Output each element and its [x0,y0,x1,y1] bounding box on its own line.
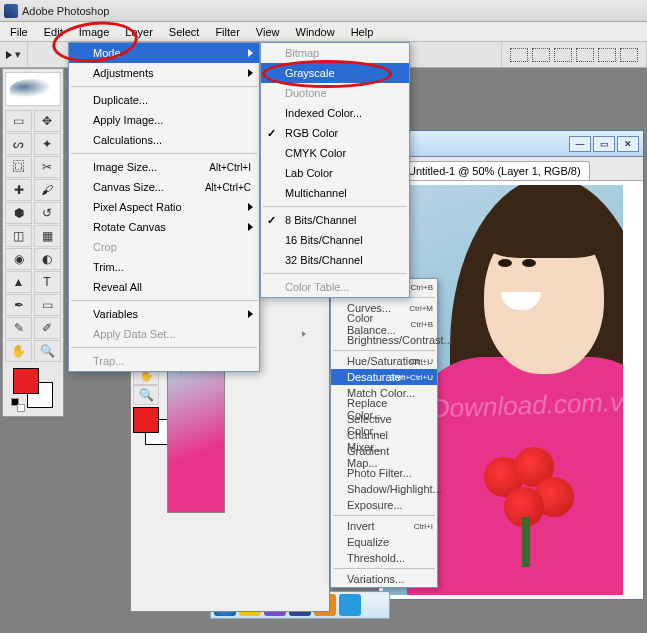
submenu-arrow-icon [248,203,253,211]
adj-threshold[interactable]: Threshold... [331,550,437,566]
taskbar-skype-icon[interactable] [339,594,361,616]
blur-tool[interactable]: ◉ [5,248,32,270]
move-tool[interactable]: ✥ [34,110,61,132]
mode-grayscale[interactable]: Grayscale [261,63,409,83]
toolbox-header-icon [5,72,61,106]
mode-submenu: Bitmap Grayscale Duotone Indexed Color..… [260,42,410,298]
menu-window[interactable]: Window [288,24,343,40]
menu-separator [71,153,257,154]
menu-file[interactable]: File [2,24,36,40]
menu-separator [71,300,257,301]
menu-separator [71,347,257,348]
options-tool-preset[interactable]: ▾ [0,42,28,67]
mode-multichannel[interactable]: Multichannel [261,183,409,203]
mode-rgb[interactable]: ✓RGB Color [261,123,409,143]
adj-desaturate[interactable]: DesaturateShift+Ctrl+U [331,369,437,385]
document-titlebar[interactable]: — ▭ ✕ [379,131,643,157]
marquee-tool[interactable]: ▭ [5,110,32,132]
menu-duplicate[interactable]: Duplicate... [69,90,259,110]
healing-tool[interactable]: ✚ [5,179,32,201]
history-brush-tool[interactable]: ↺ [34,202,61,224]
menu-select[interactable]: Select [161,24,208,40]
menu-variables[interactable]: Variables [69,304,259,324]
stamp-tool[interactable]: ⬢ [5,202,32,224]
foreground-color-swatch[interactable] [13,368,39,394]
mode-color-table: Color Table... [261,277,409,297]
arrow-icon [6,51,12,59]
zoom-tool[interactable]: 🔍 [34,340,61,362]
mode-lab[interactable]: Lab Color [261,163,409,183]
close-button[interactable]: ✕ [617,136,639,152]
menu-separator [71,86,257,87]
menu-apply-image[interactable]: Apply Image... [69,110,259,130]
dodge-tool[interactable]: ◐ [34,248,61,270]
menu-pixel-aspect[interactable]: Pixel Aspect Ratio [69,197,259,217]
menu-edit[interactable]: Edit [36,24,71,40]
hand-tool[interactable]: ✋ [5,340,32,362]
watermark-text: Download.com.vn [431,386,623,424]
adj-color-balance[interactable]: Color Balance...Ctrl+B [331,316,437,332]
slice-tool[interactable]: ✂ [34,156,61,178]
document-tab[interactable]: Untitled-1 @ 50% (Layer 1, RGB/8) [383,161,590,180]
path-select-tool[interactable]: ▲ [5,271,32,293]
bgwin-image-thumb [167,363,225,513]
minimize-button[interactable]: — [569,136,591,152]
adj-invert[interactable]: InvertCtrl+I [331,518,437,534]
gradient-tool[interactable]: ▦ [34,225,61,247]
mode-32bit[interactable]: 32 Bits/Channel [261,250,409,270]
eyedropper-tool[interactable]: ✐ [34,317,61,339]
titlebar: Adobe Photoshop [0,0,647,22]
pen-tool[interactable]: ✒ [5,294,32,316]
shape-tool[interactable]: ▭ [34,294,61,316]
submenu-arrow-icon [248,310,253,318]
menu-canvas-size[interactable]: Canvas Size...Alt+Ctrl+C [69,177,259,197]
menu-rotate-canvas[interactable]: Rotate Canvas [69,217,259,237]
menu-trim[interactable]: Trim... [69,257,259,277]
default-colors-icon[interactable] [11,398,25,412]
menu-reveal-all[interactable]: Reveal All [69,277,259,297]
app-logo-icon [4,4,18,18]
mode-cmyk[interactable]: CMYK Color [261,143,409,163]
mode-16bit[interactable]: 16 Bits/Channel [261,230,409,250]
menu-apply-data-set: Apply Data Set... [69,324,259,344]
type-tool[interactable]: T [34,271,61,293]
adj-brightness[interactable]: Brightness/Contrast... [331,332,437,348]
eraser-tool[interactable]: ◫ [5,225,32,247]
adj-variations[interactable]: Variations... [331,571,437,587]
menu-separator [333,515,435,516]
lasso-tool[interactable]: ᔕ [5,133,32,155]
menu-filter[interactable]: Filter [207,24,247,40]
menu-layer[interactable]: Layer [117,24,161,40]
mode-8bit[interactable]: ✓8 Bits/Channel [261,210,409,230]
adj-shadow-highlight[interactable]: Shadow/Highlight... [331,481,437,497]
mode-indexed[interactable]: Indexed Color... [261,103,409,123]
notes-tool[interactable]: ✎ [5,317,32,339]
adj-equalize[interactable]: Equalize [331,534,437,550]
menu-trap: Trap... [69,351,259,371]
adj-photo-filter[interactable]: Photo Filter... [331,465,437,481]
adj-hue-sat[interactable]: Hue/Saturation...Ctrl+U [331,353,437,369]
menu-mode[interactable]: Mode [69,43,259,63]
maximize-button[interactable]: ▭ [593,136,615,152]
submenu-arrow-icon [248,223,253,231]
options-align-group[interactable] [502,42,647,67]
brush-tool[interactable]: 🖌 [34,179,61,201]
menu-crop: Crop [69,237,259,257]
adj-exposure[interactable]: Exposure... [331,497,437,513]
bgwin-swatch[interactable] [133,407,171,445]
menu-view[interactable]: View [248,24,288,40]
menu-adjustments[interactable]: Adjustments [69,63,259,83]
menu-image[interactable]: Image [71,24,118,40]
color-swatch[interactable] [13,368,53,408]
toolbox: ▭ ✥ ᔕ ✦ ⿴ ✂ ✚ 🖌 ⬢ ↺ ◫ ▦ ◉ ◐ ▲ T ✒ ▭ ✎ ✐ … [2,68,64,417]
adjustments-submenu: Auto ColorShift+Ctrl+B Curves...Ctrl+M C… [330,278,438,588]
adj-gradient-map[interactable]: Gradient Map... [331,449,437,465]
menu-calculations[interactable]: Calculations... [69,130,259,150]
crop-tool[interactable]: ⿴ [5,156,32,178]
foreground-color-swatch[interactable] [133,407,159,433]
magic-wand-tool[interactable]: ✦ [34,133,61,155]
menu-help[interactable]: Help [343,24,382,40]
bgwin-tool[interactable]: 🔍 [133,385,159,405]
menu-image-size[interactable]: Image Size...Alt+Ctrl+I [69,157,259,177]
menu-separator [263,206,407,207]
